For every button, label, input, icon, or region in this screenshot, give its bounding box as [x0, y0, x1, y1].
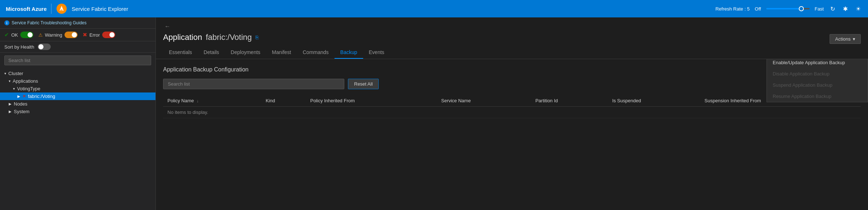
nav-separator [51, 4, 51, 14]
system-arrow-icon: ▶ [9, 110, 12, 114]
refresh-slider-thumb [799, 6, 804, 11]
theme-icon-btn[interactable]: ☀ [854, 4, 862, 14]
content-header: ← Application fabric:/Voting ⎘ Actions ▾… [156, 17, 868, 59]
tab-events[interactable]: Events [363, 46, 390, 59]
sidebar: i Service Fabric Troubleshooting Guides … [0, 17, 156, 210]
sort-row: Sort by Health [0, 41, 155, 53]
voting-error-icon: ✕ [22, 94, 26, 99]
menu-item-enable-update[interactable]: Enable/Update Application Backup [767, 59, 868, 68]
menu-item-suspend: Suspend Application Backup [767, 79, 868, 91]
col-policy-inherited-from[interactable]: Policy Inherited From [306, 95, 437, 107]
section-title: Application Backup Configuration [163, 66, 861, 73]
votingtype-label: VotingType [17, 86, 40, 91]
tree-item-system[interactable]: ▶ System [0, 108, 155, 115]
empty-label: No items to display. [163, 107, 861, 118]
voting-arrow-icon: ▶ [17, 94, 20, 98]
nodes-arrow-icon: ▶ [9, 102, 12, 106]
dropdown-overlay: Possible commands to Backup Actions ▾ En… [761, 59, 868, 102]
sidebar-tree: ▾ Cluster ▾ Applications ▾ VotingType ▶ … [0, 68, 155, 210]
toolbar-row: Reset All [163, 79, 861, 89]
cluster-label: Cluster [8, 71, 23, 76]
col-is-suspended[interactable]: Is Suspended [608, 95, 700, 107]
sort-toggle[interactable] [38, 44, 51, 50]
sort-arrow-icon: ↓ [197, 99, 199, 103]
error-icon: ✖ [83, 32, 87, 38]
warning-toggle[interactable] [65, 32, 78, 38]
table-header-row: Policy Name ↓ Kind Policy Inherited From… [163, 95, 861, 107]
copy-icon[interactable]: ⎘ [256, 34, 258, 40]
tab-essentials[interactable]: Essentials [163, 46, 198, 59]
page-title: Application fabric:/Voting ⎘ [163, 33, 258, 42]
tree-item-votingtype[interactable]: ▾ VotingType [0, 85, 155, 92]
menu-item-disable: Disable Application Backup [767, 68, 868, 79]
tab-deployments[interactable]: Deployments [225, 46, 266, 59]
system-label: System [14, 109, 29, 114]
header-top-row: Application fabric:/Voting ⎘ Actions ▾ [163, 33, 861, 45]
error-toggle-thumb [109, 32, 115, 37]
sidebar-search-input[interactable] [4, 55, 151, 65]
content-panel: ← Application fabric:/Voting ⎘ Actions ▾… [156, 17, 868, 210]
cluster-arrow-icon: ▾ [4, 71, 6, 75]
sort-toggle-thumb [38, 44, 43, 49]
content-search-input[interactable] [163, 79, 344, 89]
actions-label: Actions [835, 36, 851, 42]
applications-arrow-icon: ▾ [9, 79, 11, 83]
reset-all-button[interactable]: Reset All [348, 79, 379, 89]
applications-label: Applications [13, 78, 38, 84]
refresh-slider[interactable] [766, 8, 810, 9]
main-layout: i Service Fabric Troubleshooting Guides … [0, 17, 868, 210]
tree-item-cluster[interactable]: ▾ Cluster [0, 70, 155, 77]
tab-details[interactable]: Details [198, 46, 225, 59]
col-kind[interactable]: Kind [261, 95, 306, 107]
ok-toggle-thumb [28, 32, 33, 37]
warning-filter: ⚠ Warning [38, 32, 78, 38]
tab-backup[interactable]: Backup [335, 46, 363, 59]
warning-label: Warning [45, 32, 62, 38]
fast-label: Fast [815, 6, 824, 12]
menu-item-resume: Resume Application Backup [767, 91, 868, 102]
troubleshoot-label: Service Fabric Troubleshooting Guides [12, 20, 87, 25]
tabs-row: Essentials Details Deployments Manifest … [163, 46, 861, 59]
table-body: No items to display. [163, 107, 861, 118]
error-filter: ✖ Error [83, 32, 115, 38]
ok-toggle[interactable] [20, 32, 33, 38]
settings-icon-btn[interactable]: ✱ [842, 4, 849, 14]
nodes-label: Nodes [14, 101, 28, 107]
error-toggle[interactable] [102, 32, 115, 38]
warning-icon: ⚠ [38, 32, 43, 38]
tab-manifest[interactable]: Manifest [266, 46, 297, 59]
tab-commands[interactable]: Commands [297, 46, 335, 59]
sort-label: Sort by Health [4, 44, 34, 50]
refresh-rate-label: Refresh Rate : 5 [715, 6, 750, 12]
brand-label: Microsoft Azure [6, 6, 47, 12]
tree-item-nodes[interactable]: ▶ Nodes [0, 100, 155, 108]
collapse-sidebar-btn[interactable]: ← [163, 22, 172, 31]
ok-filter: ✔ OK [4, 32, 33, 38]
title-app-word: Application [163, 33, 202, 42]
error-label: Error [90, 32, 100, 38]
actions-chevron-icon: ▾ [853, 36, 855, 42]
refresh-slider-fill [766, 8, 801, 9]
col-service-name[interactable]: Service Name [437, 95, 531, 107]
azure-logo-icon [56, 3, 67, 15]
off-label: Off [755, 6, 761, 12]
voting-label: fabric:/Voting [28, 94, 55, 99]
topnav: Microsoft Azure Service Fabric Explorer … [0, 0, 868, 17]
table-empty-row: No items to display. [163, 107, 861, 118]
ok-icon: ✔ [4, 32, 9, 38]
votingtype-arrow-icon: ▾ [13, 87, 15, 91]
col-policy-name[interactable]: Policy Name ↓ [163, 95, 261, 107]
info-icon: i [4, 20, 9, 25]
table-header: Policy Name ↓ Kind Policy Inherited From… [163, 95, 861, 107]
actions-button[interactable]: Actions ▾ [830, 34, 861, 44]
ok-label: OK [11, 32, 18, 38]
tree-item-voting[interactable]: ▶ ✕ fabric:/Voting [0, 92, 155, 100]
troubleshoot-banner[interactable]: i Service Fabric Troubleshooting Guides [0, 17, 155, 29]
backup-actions-menu: Enable/Update Application Backup Disable… [767, 59, 868, 102]
topnav-right: Refresh Rate : 5 Off Fast ↻ ✱ ☀ [715, 4, 862, 14]
title-path: fabric:/Voting [206, 33, 252, 42]
backup-table: Policy Name ↓ Kind Policy Inherited From… [163, 95, 861, 118]
tree-item-applications[interactable]: ▾ Applications [0, 77, 155, 85]
refresh-icon-btn[interactable]: ↻ [829, 4, 836, 14]
col-partition-id[interactable]: Partition Id [531, 95, 608, 107]
